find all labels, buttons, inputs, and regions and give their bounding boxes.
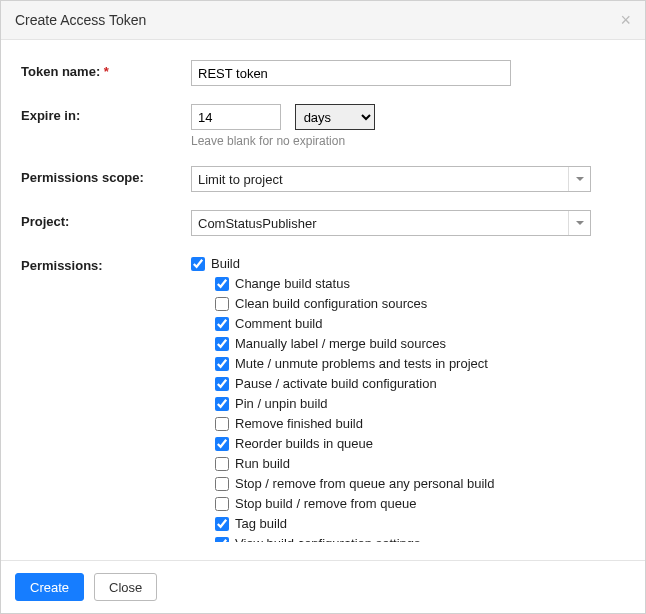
permission-label: Remove finished build [235,415,363,433]
permission-item: Pause / activate build configuration [191,374,621,394]
permission-item: Reorder builds in queue [191,434,621,454]
dialog-body: Token name: * Expire in: days Leave blan… [1,40,645,560]
label-permissions: Permissions: [21,254,191,542]
permissions-panel[interactable]: Build Change build statusClean build con… [191,254,625,542]
row-permissions: Permissions: Build Change build statusCl… [21,254,625,542]
token-name-input[interactable] [191,60,511,86]
permission-label: Pin / unpin build [235,395,328,413]
permission-group-build: Build Change build statusClean build con… [191,254,621,542]
permission-label: Comment build [235,315,322,333]
permission-label: Stop / remove from queue any personal bu… [235,475,494,493]
permission-label: Run build [235,455,290,473]
row-expire-in: Expire in: days Leave blank for no expir… [21,104,625,148]
permission-label: Stop build / remove from queue [235,495,416,513]
permission-checkbox[interactable] [215,397,229,411]
permission-item: Stop build / remove from queue [191,494,621,514]
permission-item: Change build status [191,274,621,294]
permission-checkbox[interactable] [215,337,229,351]
permission-item: Mute / unmute problems and tests in proj… [191,354,621,374]
row-project: Project: ComStatusPublisher [21,210,625,236]
permission-label: View build configuration settings [235,535,421,542]
label-permissions-scope: Permissions scope: [21,166,191,185]
chevron-down-icon [568,211,590,235]
permission-checkbox[interactable] [215,537,229,542]
permission-label: Reorder builds in queue [235,435,373,453]
permission-label: Tag build [235,515,287,533]
permission-item: Pin / unpin build [191,394,621,414]
permission-checkbox[interactable] [215,277,229,291]
permission-item: Run build [191,454,621,474]
close-button[interactable]: Close [94,573,157,601]
permission-item: Tag build [191,514,621,534]
permission-item: Stop / remove from queue any personal bu… [191,474,621,494]
create-access-token-dialog: Create Access Token × Token name: * Expi… [0,0,646,614]
permissions-scope-combo[interactable]: Limit to project [191,166,591,192]
permission-checkbox[interactable] [215,457,229,471]
dialog-title: Create Access Token [15,12,146,28]
permission-label: Manually label / merge build sources [235,335,446,353]
create-button[interactable]: Create [15,573,84,601]
permission-checkbox[interactable] [215,477,229,491]
required-mark: * [104,64,109,79]
project-combo[interactable]: ComStatusPublisher [191,210,591,236]
permission-item: View build configuration settings [191,534,621,542]
expire-unit-select[interactable]: days [295,104,375,130]
close-icon[interactable]: × [620,11,631,29]
permission-checkbox[interactable] [215,437,229,451]
permission-checkbox[interactable] [215,417,229,431]
permission-checkbox[interactable] [215,517,229,531]
permission-item: Remove finished build [191,414,621,434]
label-token-name: Token name: * [21,60,191,79]
permission-label: Mute / unmute problems and tests in proj… [235,355,488,373]
permission-checkbox[interactable] [215,357,229,371]
project-value: ComStatusPublisher [198,216,317,231]
expire-hint: Leave blank for no expiration [191,134,625,148]
permission-item: Comment build [191,314,621,334]
permission-checkbox[interactable] [215,497,229,511]
permission-item: Clean build configuration sources [191,294,621,314]
permission-checkbox[interactable] [215,297,229,311]
permission-checkbox[interactable] [215,377,229,391]
permission-label: Clean build configuration sources [235,295,427,313]
dialog-header: Create Access Token × [1,1,645,40]
label-project: Project: [21,210,191,229]
chevron-down-icon [568,167,590,191]
row-token-name: Token name: * [21,60,625,86]
permission-group-label: Build [211,255,240,273]
permission-label: Change build status [235,275,350,293]
permission-item: Manually label / merge build sources [191,334,621,354]
expire-value-input[interactable] [191,104,281,130]
permissions-scope-value: Limit to project [198,172,283,187]
row-permissions-scope: Permissions scope: Limit to project [21,166,625,192]
dialog-footer: Create Close [1,560,645,613]
permission-checkbox[interactable] [215,317,229,331]
permission-label: Pause / activate build configuration [235,375,437,393]
label-expire-in: Expire in: [21,104,191,123]
permission-group-checkbox[interactable] [191,257,205,271]
permission-group-header: Build [191,254,621,274]
